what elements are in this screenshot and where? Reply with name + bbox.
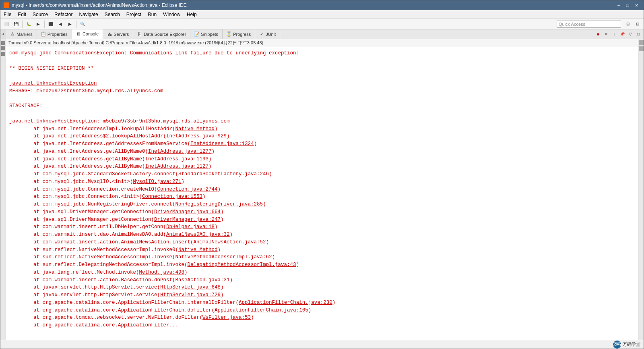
appfilterchain-165-link[interactable]: ApplicationFilterChain.java:165	[215, 307, 308, 313]
minimize-button[interactable]: −	[615, 2, 623, 8]
console-line-st-2: at java.net.InetAddress$2.lookupAllHostA…	[9, 133, 635, 140]
tab-datasource[interactable]: 🗄 Data Source Explorer	[133, 29, 190, 39]
console-line-st-1: at java.net.Inet6AddressImpl.lookupAllHo…	[9, 125, 635, 133]
panel-action-scroll[interactable]: ↓	[611, 31, 618, 38]
console-line-st-25: at org.apache.catalina.core.ApplicationF…	[9, 307, 635, 314]
toolbar-run[interactable]: ▶	[34, 20, 43, 28]
connection-2744-link[interactable]: Connection.java:2744	[157, 187, 218, 192]
nativemethodaccessor-link[interactable]: NativeMethodAccessorImpl.java:62	[175, 254, 272, 260]
left-sidebar-item-2[interactable]	[1, 46, 5, 50]
console-line-unknown-host-2: java.net.UnknownHostException: m5ebzu973…	[9, 118, 635, 125]
console-line-st-9: at com.mysql.jdbc.Connection.createNewIO…	[9, 186, 635, 193]
menu-run[interactable]: Run	[144, 11, 160, 18]
inetaddress-1277-link[interactable]: InetAddress.java:1277	[148, 149, 212, 154]
toolbar-views[interactable]: ⊞	[623, 20, 632, 28]
tab-console[interactable]: 🖥 Console	[72, 29, 103, 39]
native-method-link-1[interactable]: Native Method	[175, 126, 215, 132]
progress-icon: ⏳	[227, 32, 231, 37]
toolbar-search[interactable]: 🔍	[78, 20, 87, 28]
left-sidebar	[0, 39, 6, 340]
menu-file[interactable]: File	[0, 11, 14, 18]
panel-action-maximize[interactable]: □	[635, 31, 642, 38]
tab-markers[interactable]: ⚠ Markers	[6, 29, 37, 39]
animalnewsaction-link[interactable]: AnimalNewsAction.java:52	[194, 239, 266, 245]
connection-1553-link[interactable]: Connection.java:1553	[142, 194, 202, 199]
toolbar-forward[interactable]: ▶	[66, 20, 74, 28]
menu-search[interactable]: Search	[101, 11, 123, 18]
animalnewsdao-link[interactable]: AnimalNewsDAO.java:32	[166, 232, 230, 237]
right-sidebar-btn-2[interactable]	[639, 46, 644, 51]
communications-exception-link[interactable]: com.mysql.jdbc.CommunicationsException	[9, 50, 124, 56]
delegating-link[interactable]: DelegatingMethodAccessorImpl.java:43	[188, 262, 296, 268]
native-method-link-2[interactable]: Native Method	[178, 247, 218, 253]
menu-source[interactable]: Source	[29, 11, 51, 18]
panel-action-pin[interactable]: 📌	[619, 31, 626, 38]
toolbar-new[interactable]: ⬜	[2, 20, 11, 28]
console-line-st-7: at com.mysql.jdbc.StandardSocketFactory.…	[9, 170, 635, 178]
tab-junit[interactable]: ✓ JUnit	[255, 29, 280, 39]
tab-servers[interactable]: 🖧 Servers	[103, 29, 133, 39]
console-line-st-14: at com.wanmait.insert.util.DbHelper.getC…	[9, 223, 635, 231]
panel-side-toggle[interactable]: ◀	[0, 29, 6, 39]
menu-window[interactable]: Window	[160, 11, 184, 18]
tab-properties[interactable]: 📋 Properties	[37, 29, 72, 39]
logo-circle: 万码	[613, 341, 621, 349]
dbhelper-link[interactable]: DbHelper.java:18	[166, 224, 215, 230]
wsfilter-link[interactable]: WsFilter.java:53	[202, 315, 251, 320]
inetaddress-1127-link[interactable]: InetAddress.java:1127	[145, 164, 209, 169]
menu-help[interactable]: Help	[184, 11, 200, 18]
quick-access-box[interactable]: Quick Access	[557, 21, 621, 28]
toolbar-debug[interactable]: 🐛	[24, 20, 33, 28]
menu-navigate[interactable]: Navigate	[76, 11, 101, 18]
menu-refactor[interactable]: Refactor	[51, 11, 76, 18]
httpservlet-729-link[interactable]: HttpServlet.java:729	[160, 292, 221, 298]
unknown-host-exception-link-2[interactable]: java.net.UnknownHostException	[9, 118, 97, 124]
left-sidebar-item-3[interactable]	[1, 52, 5, 56]
tab-datasource-label: Data Source Explorer	[144, 32, 186, 37]
drivermanager-664-link[interactable]: DriverManager.java:664	[154, 209, 221, 215]
panel-action-stop[interactable]: ■	[594, 31, 602, 38]
unknown-host-exception-link-1[interactable]: java.net.UnknownHostException	[9, 81, 97, 86]
right-sidebar-btn-1[interactable]	[639, 40, 644, 45]
left-sidebar-item-1[interactable]	[1, 41, 5, 45]
method-link[interactable]: Method.java:498	[139, 270, 185, 275]
console-output[interactable]: com.mysql.jdbc.CommunicationsException: …	[6, 47, 638, 340]
window-title: mysql - Insert/src/com/wanmait/insert/ac…	[12, 2, 187, 8]
console-wrapper: Tomcat v9.0 Server at localhost [Apache …	[6, 39, 638, 340]
appfilterchain-230-link[interactable]: ApplicationFilterChain.java:230	[239, 300, 332, 305]
tab-snippets[interactable]: 📝 Snippets	[190, 29, 223, 39]
inetaddress-929-link[interactable]: InetAddress.java:929	[166, 133, 227, 139]
inetaddress-1193-link[interactable]: InetAddress.java:1193	[145, 156, 209, 162]
httpservlet-648-link[interactable]: HttpServlet.java:648	[160, 285, 221, 290]
toolbar-sep-1	[22, 21, 23, 28]
nonregistering-link[interactable]: NonRegisteringDriver.java:285	[175, 202, 263, 207]
toolbar-back[interactable]: ◀	[56, 20, 65, 28]
panel-action-minimize[interactable]: ▽	[627, 31, 634, 38]
maximize-button[interactable]: □	[623, 2, 632, 8]
console-line-st-19: at sun.reflect.DelegatingMethodAccessorI…	[9, 261, 635, 269]
quick-access-label: Quick Access	[559, 22, 585, 27]
toolbar-sep-3	[76, 21, 76, 28]
panel-actions: ■ ✕ ↓ 📌 ▽ □	[594, 29, 644, 39]
drivermanager-247-link[interactable]: DriverManager.java:247	[154, 217, 221, 222]
standard-socket-link[interactable]: StandardSocketFactory.java:246	[178, 171, 269, 177]
console-line-1: com.mysql.jdbc.CommunicationsException: …	[9, 50, 635, 57]
panel-action-clear[interactable]: ✕	[603, 31, 610, 38]
console-line-blank-1	[9, 57, 635, 65]
toolbar-perspectives[interactable]: ⊟	[633, 20, 642, 28]
tab-progress[interactable]: ⏳ Progress	[223, 29, 255, 39]
close-button[interactable]: ✕	[632, 2, 640, 8]
console-line-unknown-host: java.net.UnknownHostException	[9, 80, 635, 87]
datasource-icon: 🗄	[137, 32, 142, 37]
toolbar-stop[interactable]: ⬛	[46, 20, 55, 28]
mysqlio-link[interactable]: MysqlIO.java:271	[133, 179, 182, 185]
title-bar-buttons: − □ ✕	[615, 2, 640, 8]
menu-project[interactable]: Project	[123, 11, 144, 18]
menu-edit[interactable]: Edit	[14, 11, 29, 18]
console-line-st-26: at org.apache.tomcat.websocket.server.Ws…	[9, 314, 635, 322]
console-line-blank-2	[9, 72, 635, 80]
baseaction-link[interactable]: BaseAction.java:31	[175, 277, 230, 283]
tab-snippets-label: Snippets	[201, 32, 218, 37]
toolbar-save[interactable]: 💾	[12, 20, 21, 28]
inetaddress-1324-link[interactable]: InetAddress.java:1324	[190, 141, 254, 147]
